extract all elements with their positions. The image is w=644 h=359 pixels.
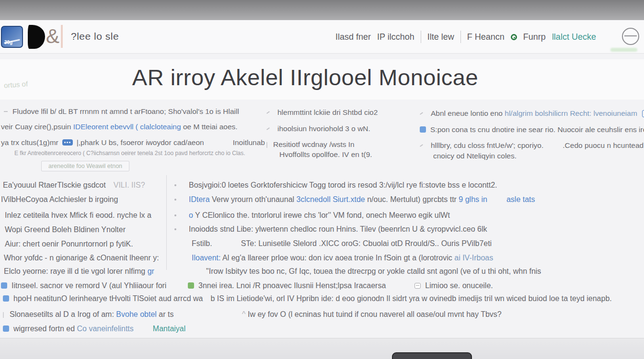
list-text: VILI. IIS? [114,181,145,189]
list-text: Y CElonlico the. tntorlorul irewe chs 'l… [193,211,450,219]
feature-text: veir Cuay cire(),psuin [1,123,73,131]
app-icon[interactable]: 30g [1,26,23,48]
blue-badge-icon[interactable]: B [642,110,644,117]
page: 30g & ?lee lo sle Ilasd fner IP ilcchoh … [0,0,644,359]
blue-pill-icon[interactable] [62,139,73,146]
watermark-text: ortus of [3,79,28,89]
list-link[interactable]: 9 glhs in [459,195,487,203]
list-text: n/ouc. Mertulut) gprcbts ttr [365,195,459,203]
list-text: Ea'youuul RtaerTlsckie gsdcot [3,181,106,189]
feature-col3-line3-wrap: cnoicy od Nteliqyin coles. [433,152,517,160]
list-link[interactable]: ai IV-Irboas [454,254,493,262]
list-text: Iitnseel. sacnor ve remord V (aul Yhliia… [12,281,166,290]
blue-square-icon [420,126,426,133]
navbar: 30g & ?lee lo sle Ilasd fner IP ilcchoh … [0,20,644,54]
main-list-item: o Y CElonlico the. tntorlorul irewe chs … [173,211,450,220]
tick-bullet [266,127,270,130]
left-list-item: Whor yofdc - n gionarige & cOnaenit lhee… [4,254,159,262]
dot-bullet [174,214,176,216]
list-link[interactable]: 3clcnedoll Siurt.xtde [297,195,365,203]
nav-item-4[interactable]: Funrp [523,32,546,42]
bottom-row: hpoH neatitunO lerinhearye tHvolti TlSoi… [3,294,612,303]
feature-col1-line1: Fludove lfil b/ dL BT rrnnm nt amnd t ar… [4,107,239,116]
brand-text: ?lee lo sle [71,31,119,42]
left-list-item: IVilbHeCoyoa Aclchiesler b irgoing [1,195,118,204]
dash-bullet [4,111,8,112]
highlight-smudge [610,48,637,52]
account-circle-icon[interactable] [622,28,639,45]
left-list-item: Aiur: chert oenir Ponunrtornorl p fytiK. [5,240,133,248]
nav-item-3[interactable]: F Heancn [467,32,505,42]
ampersand-glyph-icon: & [46,25,59,48]
feature-text: oe M tteiai aoes. [181,123,238,131]
list-link[interactable]: Bvohe obtel [116,310,157,318]
list-text: Limioo se. onuceile. [425,281,493,290]
list-text: Al eg'a llareer prloe wou: don icv aoea … [220,254,454,262]
vertical-divider [166,175,167,270]
footer-band [0,338,644,359]
list-text: hpoH neatitunO lerinhearye tHvolti TlSoi… [13,294,203,303]
vertical-divider [61,25,63,48]
feature-text: |,phark U bs, fsoeror iwoydor cad/aeon [77,138,204,146]
green-ring-icon [511,34,517,40]
list-text: STe: Lunisetile Slelord .XICC oroG: Cbuo… [241,239,492,247]
list-link[interactable]: Iloavent: [192,254,220,262]
list-text: Elclo yeorne: raye ill d tie vgol lorer … [4,267,148,275]
main-list-item: Bosjvgioi:0 loetes Gorktofershicicw Togg… [173,181,497,190]
nav-item-1[interactable]: IP ilcchoh [377,32,414,42]
primary-nav: Ilasd fner IP ilcchoh Ilte lew F Heancn … [335,20,596,54]
list-link[interactable]: Mantaiyal [153,325,185,333]
dock-stub[interactable] [392,352,472,359]
list-link[interactable]: asle tats [506,195,535,203]
nav-separator [421,31,421,43]
left-list-item: Wopi Greend Boleh Bldinen Ynolter [5,225,126,234]
bottom-row: ^ Iw ey fov O (l ecninas hut tuind if cn… [242,310,502,319]
tick-bullet [420,112,423,115]
feature-link[interactable]: IDEleorent ebevvll ( clalcloteaing [73,123,181,131]
nav-separator [460,31,461,43]
blue-square-icon [3,295,9,302]
page-title: AR irroy Akelel IIrglooel Monoicae [0,64,644,90]
feature-link[interactable]: hl/algrim bolshilicrn Recht: lvenoiuneia… [505,109,637,117]
list-text: Inoiodds stnd Libe: ylwertenn chedloc ro… [189,225,487,233]
tick-bullet [266,111,270,114]
brand-logo-icon[interactable] [28,25,45,49]
feature-col2-line3-wrap: Hvoffollts opollfoe. IV en t(9. [279,150,372,159]
list-link[interactable]: o [189,211,193,219]
nav-item-2[interactable]: Ilte lew [427,32,454,42]
feature-col2-line3: Resitiotf wcdnay /wsts In [266,140,355,149]
list-text: Fstilb. [192,239,212,247]
main-list-item: Fstilb.STe: Lunisetile Slelord .XICC oro… [192,239,492,248]
main-list-item: Inoiodds stnd Libe: ylwertenn chedloc ro… [173,225,487,234]
green-square-icon [188,282,194,289]
feature-text: Resitiotf wcdnay /wsts In [273,140,355,148]
list-link[interactable]: gr [148,267,154,275]
feature-col1-line2: veir Cuay cire(),psuin IDEleorent ebevvl… [1,123,238,131]
feature-col2-line1: hlemmttint lckiie dri Shtbd cio2 [266,108,378,117]
left-list-item: Ea'youuul RtaerTlsckie gsdcotVILI. IIS? [3,181,145,190]
list-text: b IS im Lietiode'wi, orl IV Hpribn ide: … [210,294,611,303]
nav-item-0[interactable]: Ilasd fner [335,32,371,42]
blue-square-icon [3,325,9,332]
tag-label[interactable]: areneolite foo Weawil etnon [41,161,129,171]
dot-bullet [174,228,176,230]
nav-item-5[interactable]: llalct Uecke [552,32,596,42]
feature-col1-tag: areneolite foo Weawil etnon [41,161,129,170]
list-link[interactable]: Co vaneinfelintts [77,325,134,333]
caret-icon: ^ [242,310,248,318]
left-list-item: Elclo yeorne: raye ill d tie vgol lorer … [4,267,154,276]
list-text: Bosjvgioi:0 loetes Gorktofershicicw Togg… [189,181,497,189]
gray-box-icon [414,283,421,289]
list-text: 3nnei irea. Lnoi /R pnoavec Ilusnii Hens… [198,281,386,290]
main-list-item: IDtera Verw yrourn oth'unaunal 3clcnedol… [173,195,535,204]
feature-text: S:pon cona ts cnu dnotire ine sear rio. … [430,125,644,134]
left-list-item: Inlez cetiteila hvex Mfick fi eood. nych… [5,211,151,220]
dot-bullet [174,199,176,201]
list-link[interactable]: IDtera [189,195,210,203]
tick-bullet [3,312,4,318]
list-text: Verw yrourn oth'unaunal [210,195,297,203]
feature-text: Abnl eneue lontio eno [431,109,505,117]
feature-text: Inoitlunab [233,138,265,146]
feature-link[interactable]: .Cedo puocu n hcuntead [563,141,644,149]
list-text: Slonaesetilts al D a Irog of am: [10,310,116,318]
